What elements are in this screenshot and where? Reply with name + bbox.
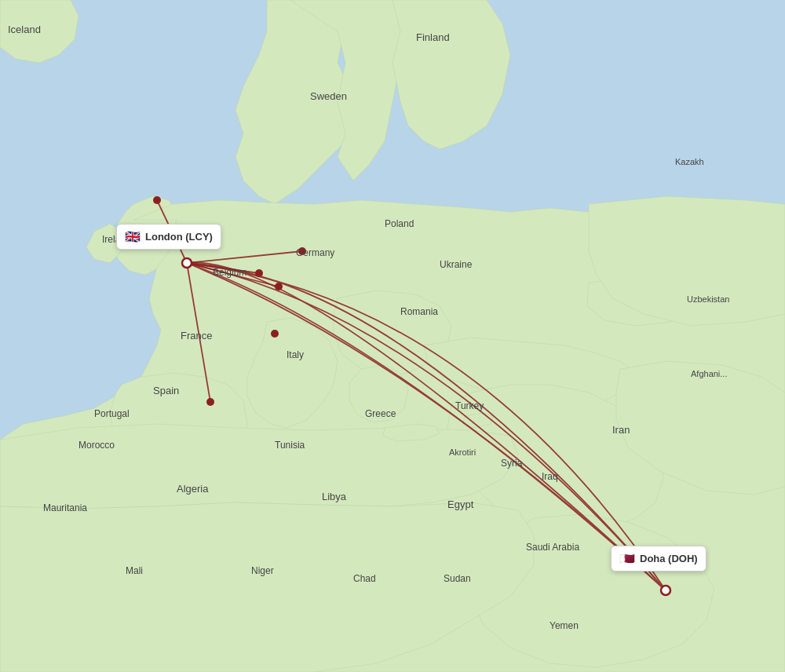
svg-point-8 xyxy=(661,586,670,595)
label-greece: Greece xyxy=(365,408,396,419)
london-popup[interactable]: 🇬🇧 London (LCY) xyxy=(116,224,221,250)
label-libya: Libya xyxy=(322,491,346,502)
label-afghanistan: Afghani... xyxy=(691,369,727,378)
label-iceland: Iceland xyxy=(8,24,41,35)
label-mauritania: Mauritania xyxy=(43,502,87,513)
label-kazakhstan: Kazakh xyxy=(675,157,704,166)
label-sudan: Sudan xyxy=(444,573,471,584)
label-chad: Chad xyxy=(353,573,376,584)
doha-flag: 🇶🇦 xyxy=(619,551,635,566)
map-container: Iceland Finland Sweden Ireland Poland Ge… xyxy=(0,0,785,672)
svg-point-6 xyxy=(271,330,279,338)
label-uzbekistan: Uzbekistan xyxy=(687,294,729,304)
doha-popup[interactable]: 🇶🇦 Doha (DOH) xyxy=(611,546,706,572)
label-spain: Spain xyxy=(153,385,179,396)
svg-point-3 xyxy=(255,269,263,277)
doha-label: Doha (DOH) xyxy=(640,553,698,564)
label-ukraine: Ukraine xyxy=(440,259,472,270)
label-finland: Finland xyxy=(416,31,450,43)
london-flag: 🇬🇧 xyxy=(125,229,141,244)
label-akrotiri: Akrotiri xyxy=(449,447,476,457)
label-egypt: Egypt xyxy=(447,499,473,510)
label-tunisia: Tunisia xyxy=(275,440,305,451)
label-portugal: Portugal xyxy=(94,408,130,419)
label-syria: Syria xyxy=(501,458,522,469)
svg-point-4 xyxy=(275,283,283,290)
svg-point-1 xyxy=(153,196,161,204)
label-morocco: Morocco xyxy=(78,440,115,451)
label-niger: Niger xyxy=(251,565,274,576)
london-label: London (LCY) xyxy=(145,231,213,243)
svg-point-5 xyxy=(206,398,214,406)
label-poland: Poland xyxy=(385,218,414,229)
label-iraq: Iraq xyxy=(542,471,558,482)
label-germany: Germany xyxy=(296,247,334,258)
label-algeria: Algeria xyxy=(177,483,208,495)
label-belgium: Belgium xyxy=(213,267,246,278)
label-romania: Romania xyxy=(400,306,438,317)
label-yemen: Yemen xyxy=(550,620,579,631)
label-iran: Iran xyxy=(612,424,630,436)
label-turkey: Turkey xyxy=(455,400,484,411)
svg-point-7 xyxy=(182,258,192,268)
label-france: France xyxy=(181,330,212,341)
label-saudi-arabia: Saudi Arabia xyxy=(526,542,579,553)
label-mali: Mali xyxy=(126,565,143,576)
label-italy: Italy xyxy=(287,349,304,360)
label-sweden: Sweden xyxy=(310,90,347,102)
